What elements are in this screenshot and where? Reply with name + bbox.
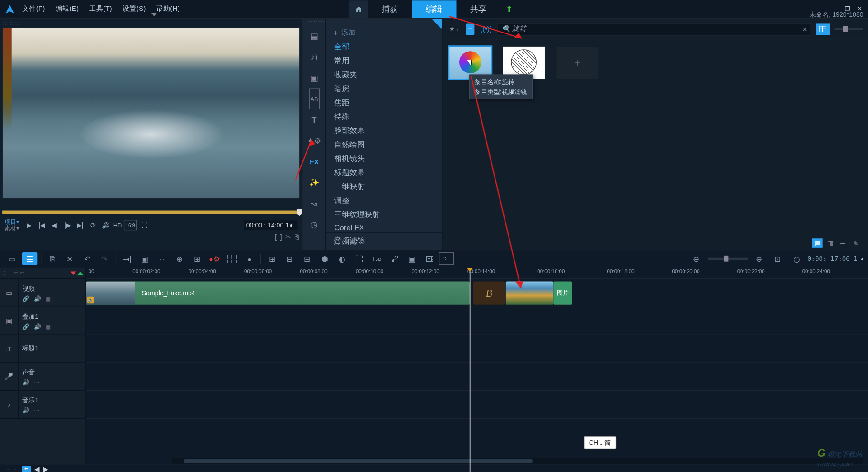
- trim-icon[interactable]: ⇥|: [120, 252, 135, 265]
- category-corel[interactable]: Corel FX: [326, 222, 442, 234]
- menu-help[interactable]: 帮助(H): [156, 4, 179, 14]
- panel-grip[interactable]: ::::::::: [307, 20, 326, 25]
- split-screen-icon[interactable]: ⊞: [299, 252, 314, 265]
- tab-edit[interactable]: 编辑: [412, 0, 456, 18]
- category-focus[interactable]: 焦距: [326, 96, 442, 110]
- mark-in-icon[interactable]: [: [274, 232, 276, 241]
- transition-icon[interactable]: ▣: [303, 67, 326, 88]
- add-category-button[interactable]: + 添加: [326, 26, 442, 40]
- timeline-badge[interactable]: ⬌: [22, 466, 31, 472]
- aspect-toggle[interactable]: 16:9: [124, 220, 137, 230]
- video-track-icon[interactable]: ▭: [0, 279, 19, 306]
- grid-view-icon[interactable]: [816, 23, 830, 35]
- timeline-timecode[interactable]: 0:00: 17:00 1: [807, 255, 858, 263]
- storyboard-view-icon[interactable]: ▭: [5, 252, 19, 265]
- pin-icon[interactable]: [431, 19, 442, 29]
- grip-icon[interactable]: ⋮⋮: [2, 270, 12, 276]
- undo-icon[interactable]: ↶: [80, 252, 94, 265]
- category-2d[interactable]: 二维映射: [326, 179, 442, 194]
- tab-share[interactable]: 共享: [456, 0, 500, 18]
- video-track[interactable]: 🔊 Sample_Lake.mp4 B 图片: [86, 279, 868, 307]
- multicam-icon[interactable]: ⊞: [264, 252, 279, 265]
- expand-tracks-icon[interactable]: [77, 271, 83, 275]
- panel-grip[interactable]: ::::::::: [2, 21, 300, 26]
- playhead[interactable]: [470, 268, 470, 472]
- mode-clip[interactable]: 素材▾: [5, 225, 19, 231]
- mode-project[interactable]: 项目▾: [5, 219, 19, 225]
- chroma-icon[interactable]: ◐: [334, 252, 349, 265]
- panel-layout-1-icon[interactable]: ▤: [812, 238, 823, 248]
- panel-layout-3-icon[interactable]: ☰: [838, 238, 848, 248]
- audio-icon[interactable]: ♪): [303, 47, 326, 67]
- filter-audio-toggle[interactable]: ((•)): [479, 23, 493, 35]
- image-tl-icon[interactable]: 🖼: [421, 252, 436, 265]
- paint-icon[interactable]: 🖌: [387, 252, 401, 265]
- tab-capture[interactable]: 捕获: [368, 0, 412, 18]
- volume-button[interactable]: 🔊: [100, 220, 111, 230]
- pan-zoom-icon[interactable]: ⊞: [189, 252, 204, 265]
- go-start-button[interactable]: |◀: [37, 220, 47, 230]
- wand-icon[interactable]: ✨: [303, 172, 326, 193]
- clock-icon[interactable]: ◷: [789, 252, 804, 265]
- add-effect-button[interactable]: +: [557, 47, 599, 79]
- transition-clip[interactable]: B: [473, 281, 505, 304]
- category-darkroom[interactable]: 暗房: [326, 82, 442, 96]
- track-area[interactable]: 00 00:00:02:00 00:00:04:00 00:00:06:00 0…: [86, 268, 868, 472]
- browse-button[interactable]: ▢ 浏览: [326, 232, 442, 250]
- more-icon[interactable]: ⋯: [34, 407, 40, 413]
- panel-edit-icon[interactable]: ✎: [850, 238, 861, 248]
- next-nav-icon[interactable]: ▶: [43, 465, 48, 472]
- category-common[interactable]: 常用: [326, 54, 442, 68]
- tab-upload-icon[interactable]: ⬆: [500, 0, 519, 18]
- tools-icon[interactable]: ✕: [62, 252, 77, 265]
- prev-frame-button[interactable]: ◀|: [49, 220, 60, 230]
- link-icon[interactable]: 🔗: [22, 295, 29, 302]
- category-face[interactable]: 脸部效果: [326, 124, 442, 138]
- grid-icon[interactable]: ⊟: [282, 252, 297, 265]
- menu-edit[interactable]: 编辑(E): [56, 4, 79, 14]
- menu-tools[interactable]: 工具(T): [89, 4, 112, 14]
- zoom-in-icon[interactable]: ⊕: [752, 252, 767, 265]
- voice-track[interactable]: [86, 363, 868, 391]
- split-icon[interactable]: ✂: [285, 232, 291, 241]
- timeline-zoom-slider[interactable]: [708, 258, 748, 260]
- next-frame-button[interactable]: |▶: [62, 220, 73, 230]
- category-title-fx[interactable]: 标题效果: [326, 166, 442, 180]
- title-track[interactable]: [86, 335, 868, 363]
- snapshot-icon[interactable]: ⎘: [295, 232, 299, 241]
- image-clip[interactable]: [506, 281, 553, 304]
- redo-icon[interactable]: ↷: [97, 252, 112, 265]
- mute-icon[interactable]: 🔊: [34, 295, 41, 302]
- speed-icon[interactable]: ◷: [303, 214, 326, 235]
- menu-file[interactable]: 文件(F): [22, 4, 45, 14]
- crop-tl-icon[interactable]: ⛶: [352, 252, 367, 265]
- overlay-track-icon[interactable]: ▣: [0, 307, 19, 334]
- zoom-out-icon[interactable]: ⊖: [689, 252, 704, 265]
- category-3d[interactable]: 三维纹理映射: [326, 208, 442, 222]
- title-icon[interactable]: T: [303, 109, 326, 130]
- voice-track-icon[interactable]: 🎤: [0, 363, 19, 390]
- gif-icon[interactable]: GIF: [439, 252, 454, 265]
- effects-track-icon[interactable]: ▦: [45, 295, 51, 302]
- stretch-icon[interactable]: ↔: [155, 252, 170, 265]
- motion-icon[interactable]: ●⚙: [207, 252, 222, 265]
- category-nature[interactable]: 自然绘图: [326, 138, 442, 152]
- panel-layout-2-icon[interactable]: ▥: [825, 238, 835, 248]
- preview-timecode[interactable]: 00:00 : 14:00 1♦: [244, 220, 298, 230]
- path-icon[interactable]: ↝: [303, 193, 326, 214]
- thumb-zoom-slider[interactable]: [834, 28, 863, 30]
- snapshot-tl-icon[interactable]: ▣: [137, 252, 152, 265]
- preview-viewport[interactable]: [2, 27, 300, 198]
- record-icon[interactable]: ●: [242, 252, 257, 265]
- fit-icon[interactable]: ⊡: [770, 252, 785, 265]
- prev-nav-icon[interactable]: ◀: [34, 465, 40, 472]
- more-icon[interactable]: ⋯: [34, 379, 40, 385]
- play-button[interactable]: ▶: [24, 220, 34, 230]
- overlay-track[interactable]: [86, 307, 868, 335]
- timeline-view-icon[interactable]: ☰: [22, 252, 37, 265]
- copy-icon[interactable]: ⎘: [45, 252, 60, 265]
- empty-track[interactable]: [86, 419, 868, 453]
- mute-icon[interactable]: 🔊: [22, 379, 29, 385]
- music-track[interactable]: [86, 391, 868, 419]
- preview-scrubber[interactable]: [2, 211, 300, 214]
